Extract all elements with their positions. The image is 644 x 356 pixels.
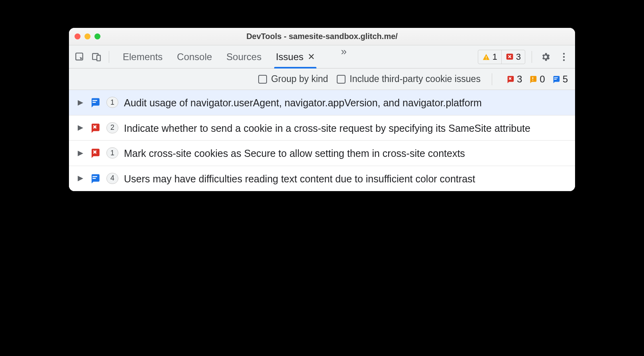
include-third-party-checkbox[interactable]: Include third-party cookie issues bbox=[337, 74, 481, 84]
svg-point-7 bbox=[563, 56, 565, 57]
group-by-kind-checkbox[interactable]: Group by kind bbox=[258, 74, 328, 84]
checkbox-icon bbox=[258, 75, 267, 84]
svg-rect-4 bbox=[486, 59, 487, 59]
info-icon bbox=[89, 172, 101, 184]
issue-row[interactable]: ▶1Audit usage of navigator.userAgent, na… bbox=[69, 90, 575, 115]
svg-rect-14 bbox=[92, 102, 96, 103]
issue-row[interactable]: ▶2Indicate whether to send a cookie in a… bbox=[69, 115, 575, 141]
traffic-lights bbox=[75, 33, 100, 39]
device-toolbar-icon[interactable] bbox=[90, 50, 103, 64]
tab-elements[interactable]: Elements bbox=[123, 45, 163, 68]
close-tab-icon[interactable]: ✕ bbox=[308, 52, 315, 62]
issues-list: ▶1Audit usage of navigator.userAgent, na… bbox=[69, 90, 575, 191]
svg-rect-12 bbox=[554, 79, 556, 80]
tab-label: Elements bbox=[123, 51, 163, 63]
warnings-count[interactable]: 0 bbox=[528, 74, 545, 85]
main-toolbar: Elements Console Sources Issues ✕ » 1 3 bbox=[69, 45, 575, 68]
issue-kind-counts: 3 0 5 bbox=[506, 74, 568, 85]
devtools-window: DevTools - samesite-sandbox.glitch.me/ E… bbox=[69, 28, 575, 191]
error-count: 3 bbox=[516, 52, 521, 62]
tab-label: Sources bbox=[226, 51, 261, 63]
close-window-button[interactable] bbox=[75, 33, 80, 39]
divider bbox=[532, 51, 532, 63]
expand-caret-icon[interactable]: ▶ bbox=[78, 123, 83, 132]
tab-console[interactable]: Console bbox=[177, 45, 212, 68]
svg-point-8 bbox=[563, 59, 565, 61]
svg-rect-9 bbox=[532, 77, 533, 79]
expand-caret-icon[interactable]: ▶ bbox=[78, 149, 83, 158]
panel-tabs: Elements Console Sources Issues ✕ » bbox=[123, 45, 347, 68]
issue-title: Users may have difficulties reading text… bbox=[124, 172, 568, 186]
count-value: 5 bbox=[563, 74, 568, 85]
minimize-window-button[interactable] bbox=[84, 33, 90, 39]
issue-counter[interactable]: 1 3 bbox=[478, 50, 526, 64]
titlebar: DevTools - samesite-sandbox.glitch.me/ bbox=[69, 28, 575, 45]
zoom-window-button[interactable] bbox=[94, 33, 100, 39]
svg-rect-2 bbox=[97, 55, 100, 61]
issue-row[interactable]: ▶1Mark cross-site cookies as Secure to a… bbox=[69, 141, 575, 166]
inspect-element-icon[interactable] bbox=[73, 50, 86, 64]
error-badge: 3 bbox=[501, 50, 525, 64]
window-title: DevTools - samesite-sandbox.glitch.me/ bbox=[69, 32, 575, 41]
toolbar-right: 1 3 bbox=[478, 50, 571, 64]
error-icon bbox=[89, 147, 101, 159]
count-value: 0 bbox=[540, 74, 545, 85]
count-value: 3 bbox=[517, 74, 522, 85]
issue-title: Audit usage of navigator.userAgent, navi… bbox=[124, 96, 568, 110]
warning-count: 1 bbox=[493, 52, 497, 62]
divider bbox=[492, 73, 492, 85]
settings-icon[interactable] bbox=[538, 50, 553, 64]
more-tabs-icon[interactable]: » bbox=[341, 45, 347, 68]
svg-rect-10 bbox=[532, 80, 533, 80]
issue-count-pill: 2 bbox=[106, 122, 118, 133]
svg-rect-3 bbox=[486, 56, 487, 58]
more-menu-icon[interactable] bbox=[557, 50, 571, 64]
issue-count-pill: 4 bbox=[106, 173, 118, 184]
checkbox-icon bbox=[337, 75, 346, 84]
svg-rect-11 bbox=[554, 77, 558, 78]
svg-point-6 bbox=[563, 53, 565, 54]
errors-count[interactable]: 3 bbox=[506, 74, 522, 85]
issue-count-pill: 1 bbox=[106, 147, 118, 158]
warning-badge: 1 bbox=[478, 50, 501, 64]
expand-caret-icon[interactable]: ▶ bbox=[78, 174, 83, 183]
svg-rect-13 bbox=[92, 100, 97, 101]
error-icon bbox=[89, 122, 101, 134]
svg-rect-16 bbox=[92, 178, 96, 179]
issue-title: Mark cross-site cookies as Secure to all… bbox=[124, 146, 568, 160]
tab-sources[interactable]: Sources bbox=[226, 45, 261, 68]
tab-label: Console bbox=[177, 51, 212, 63]
tab-label: Issues bbox=[276, 51, 303, 63]
tab-issues[interactable]: Issues ✕ bbox=[276, 45, 314, 68]
checkbox-label: Include third-party cookie issues bbox=[349, 74, 481, 84]
issue-row[interactable]: ▶4Users may have difficulties reading te… bbox=[69, 166, 575, 192]
expand-caret-icon[interactable]: ▶ bbox=[78, 98, 83, 107]
checkbox-label: Group by kind bbox=[271, 74, 328, 84]
issue-count-pill: 1 bbox=[106, 97, 118, 108]
svg-rect-0 bbox=[76, 53, 82, 60]
issue-title: Indicate whether to send a cookie in a c… bbox=[124, 121, 568, 135]
divider bbox=[109, 51, 109, 63]
info-count[interactable]: 5 bbox=[552, 74, 568, 85]
issues-toolbar: Group by kind Include third-party cookie… bbox=[69, 68, 575, 90]
svg-rect-15 bbox=[92, 176, 97, 177]
info-icon bbox=[89, 96, 101, 108]
